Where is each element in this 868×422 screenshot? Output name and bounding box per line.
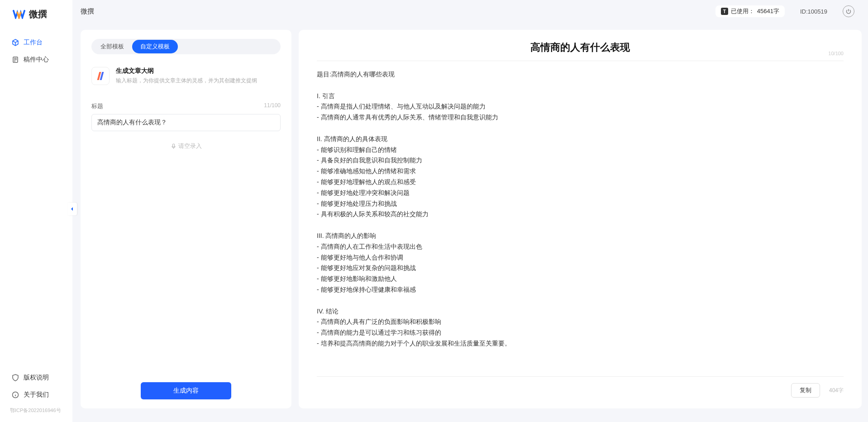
sidebar: 微撰 工作台 稿件中心 版权说明 <box>0 0 72 422</box>
logo-icon <box>13 9 25 20</box>
tab-custom-templates[interactable]: 自定义模板 <box>132 40 178 53</box>
tab-all-templates[interactable]: 全部模板 <box>92 40 132 53</box>
page-title: 微撰 <box>81 7 94 16</box>
svg-rect-2 <box>172 144 174 147</box>
output-panel: 高情商的人有什么表现 10/100 题目:高情商的人有哪些表现 I. 引言 - … <box>299 30 862 408</box>
text-icon: T <box>721 8 728 15</box>
icp-text: 鄂ICP备2022016946号 <box>0 403 72 414</box>
usage-badge: T 已使用： 45641字 <box>715 5 785 17</box>
output-body: 题目:高情商的人有哪些表现 I. 引言 - 高情商是指人们处理情绪、与他人互动以… <box>317 69 844 371</box>
copy-button[interactable]: 复制 <box>791 383 820 398</box>
output-title-count: 10/100 <box>828 51 844 56</box>
nav-item-about[interactable]: 关于我们 <box>5 386 68 403</box>
record-hint[interactable]: 请空录入 <box>91 131 281 161</box>
usage-prefix: 已使用： <box>731 7 754 15</box>
output-footer: 复制 404字 <box>317 376 844 398</box>
power-button[interactable] <box>843 5 854 17</box>
content: 全部模板 自定义模板 生成文章大纲 输入标题，为你提供文章主体的灵感，并为其创建… <box>72 23 868 422</box>
info-icon <box>12 391 19 398</box>
nav-item-drafts[interactable]: 稿件中心 <box>5 51 68 68</box>
template-card: 生成文章大纲 输入标题，为你提供文章主体的灵感，并为其创建推文提纲 <box>91 62 281 93</box>
cube-icon <box>12 39 19 46</box>
topbar-right: T 已使用： 45641字 ID:100519 <box>715 5 854 17</box>
output-header: 高情商的人有什么表现 10/100 <box>317 41 844 61</box>
shield-icon <box>12 374 19 381</box>
field-label-row: 标题 11/100 <box>91 102 281 110</box>
mic-icon <box>171 143 176 149</box>
usage-value: 45641字 <box>757 7 779 15</box>
template-title: 生成文章大纲 <box>116 67 257 75</box>
output-title: 高情商的人有什么表现 <box>530 41 630 54</box>
nav-label: 稿件中心 <box>24 56 49 64</box>
field-char-count: 11/100 <box>264 102 281 110</box>
topbar: 微撰 T 已使用： 45641字 ID:100519 <box>72 0 868 23</box>
title-input[interactable] <box>91 114 281 131</box>
tabs: 全部模板 自定义模板 <box>91 39 281 54</box>
nav-label: 关于我们 <box>24 391 49 399</box>
main: 微撰 T 已使用： 45641字 ID:100519 全部模板 自定义模板 <box>72 0 868 422</box>
nav: 工作台 稿件中心 <box>0 34 72 369</box>
template-icon <box>91 67 110 85</box>
logo-text: 微撰 <box>29 8 47 20</box>
document-icon <box>12 56 19 63</box>
field-label: 标题 <box>91 102 103 110</box>
word-count: 404字 <box>829 387 844 394</box>
sidebar-collapse-button[interactable] <box>68 203 77 215</box>
nav-item-workspace[interactable]: 工作台 <box>5 34 68 51</box>
input-panel: 全部模板 自定义模板 生成文章大纲 输入标题，为你提供文章主体的灵感，并为其创建… <box>81 30 291 408</box>
sidebar-bottom: 版权说明 关于我们 <box>0 369 72 403</box>
user-id: ID:100519 <box>800 8 827 15</box>
generate-button[interactable]: 生成内容 <box>141 382 231 399</box>
nav-label: 版权说明 <box>24 374 49 382</box>
template-desc: 输入标题，为你提供文章主体的灵感，并为其创建推文提纲 <box>116 77 257 85</box>
nav-item-copyright[interactable]: 版权说明 <box>5 369 68 386</box>
nav-label: 工作台 <box>24 38 43 47</box>
logo: 微撰 <box>0 8 72 34</box>
